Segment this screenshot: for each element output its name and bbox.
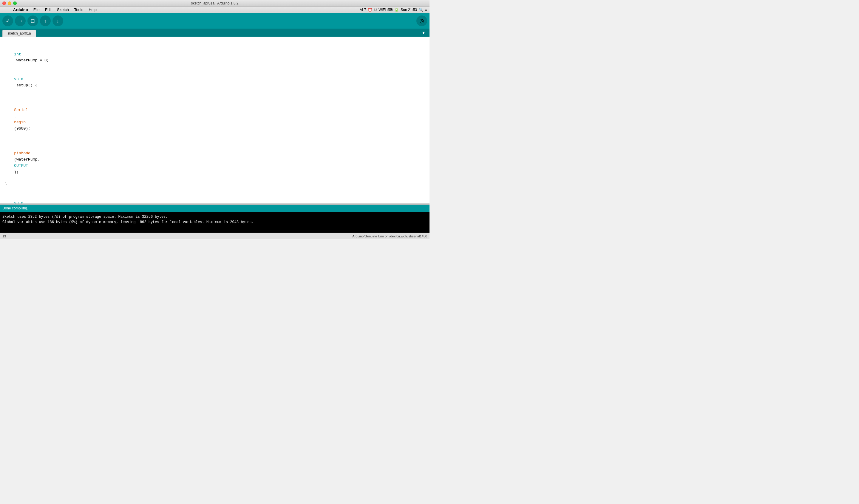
new-button[interactable]: □ <box>27 15 38 26</box>
code-text: . <box>14 114 16 119</box>
code-line-6: void loop() { <box>0 194 430 203</box>
apple-menu[interactable]:  <box>2 6 9 13</box>
keyboard-icon: ⌨ <box>388 8 393 12</box>
board-info: Arduino/Genuino Uno on /dev/cu.wchusbser… <box>352 234 427 238</box>
code-line-2: void setup() { <box>0 70 430 95</box>
list-icon[interactable]: ≡ <box>425 8 427 12</box>
title-bar: sketch_apr01a | Arduino 1.8.2 <box>0 0 430 6</box>
line-number: 13 <box>2 234 6 238</box>
cc-icon: © <box>374 8 377 12</box>
code-indent <box>14 145 19 149</box>
tab-dropdown[interactable]: ▾ <box>420 29 427 37</box>
wifi-icon: WiFi <box>378 8 386 12</box>
code-editor[interactable]: int waterPump = 3; void setup() { Serial… <box>0 37 430 203</box>
window-title: sketch_apr01a | Arduino 1.8.2 <box>191 1 238 5</box>
status-bar: 13 Arduino/Genuino Uno on /dev/cu.wchusb… <box>0 233 430 239</box>
console-line-2: Global variables use 186 bytes (9%) of d… <box>2 220 427 225</box>
keyword-int: int <box>14 52 21 57</box>
menu-arduino[interactable]: Arduino <box>11 7 30 13</box>
upload-button[interactable]: → <box>15 15 26 26</box>
close-button[interactable] <box>2 1 6 5</box>
minimize-button[interactable] <box>8 1 11 5</box>
ai-indicator: AI 7 <box>360 8 366 12</box>
menu-sketch[interactable]: Sketch <box>55 7 71 13</box>
const-output: OUTPUT <box>14 163 28 168</box>
keyword-void: void <box>14 77 23 81</box>
fn-begin: begin <box>14 120 26 125</box>
battery-icon: 🔋 <box>394 8 399 12</box>
code-text: waterPump = 3; <box>14 58 49 63</box>
code-line-4: pinMode (waterPump, OUTPUT ); <box>0 138 430 182</box>
open-button[interactable]: ↑ <box>40 15 51 26</box>
menu-help[interactable]: Help <box>86 7 99 13</box>
code-line-3: Serial . begin (9600); <box>0 95 430 138</box>
console-line-1: Sketch uses 2352 bytes (7%) of program s… <box>2 214 427 220</box>
serial-monitor-button[interactable]: ◎ <box>417 15 427 26</box>
maximize-button[interactable] <box>13 1 17 5</box>
menu-bar-right: AI 7 ⏰ © WiFi ⌨ 🔋 Sun 21:53 🔍 ≡ <box>360 8 427 12</box>
save-button[interactable]: ↓ <box>52 15 63 26</box>
keyword-void2: void <box>14 201 23 203</box>
code-text: (waterPump, <box>14 157 42 162</box>
sketch-tab[interactable]: sketch_apr01a <box>2 30 36 37</box>
fn-pinmode: pinMode <box>14 151 30 156</box>
clock-icon: ⏰ <box>368 8 372 12</box>
code-indent <box>14 101 19 106</box>
code-line-1: int waterPump = 3; <box>0 45 430 70</box>
traffic-lights[interactable] <box>2 1 17 5</box>
menu-tools[interactable]: Tools <box>72 7 86 13</box>
console-output[interactable]: Sketch uses 2352 bytes (7%) of program s… <box>0 212 430 233</box>
code-line <box>0 39 430 45</box>
arduino-toolbar: ✓ → □ ↑ ↓ ◎ <box>0 13 430 29</box>
console-status-bar: Done compiling. <box>0 205 430 212</box>
compile-status: Done compiling. <box>2 206 28 210</box>
menu-file[interactable]: File <box>31 7 42 13</box>
menu-bar:  Arduino File Edit Sketch Tools Help AI… <box>0 6 430 13</box>
menu-edit[interactable]: Edit <box>43 7 54 13</box>
code-text: setup() { <box>14 83 37 88</box>
search-icon[interactable]: 🔍 <box>419 8 423 12</box>
verify-button[interactable]: ✓ <box>2 15 13 26</box>
code-text: ); <box>14 170 19 174</box>
code-text: (9600); <box>14 126 30 131</box>
fn-serial: Serial <box>14 108 28 112</box>
code-line-5: } <box>0 182 430 188</box>
tab-bar: sketch_apr01a ▾ <box>0 29 430 37</box>
clock-display: Sun 21:53 <box>401 8 417 12</box>
code-line-blank <box>0 188 430 194</box>
